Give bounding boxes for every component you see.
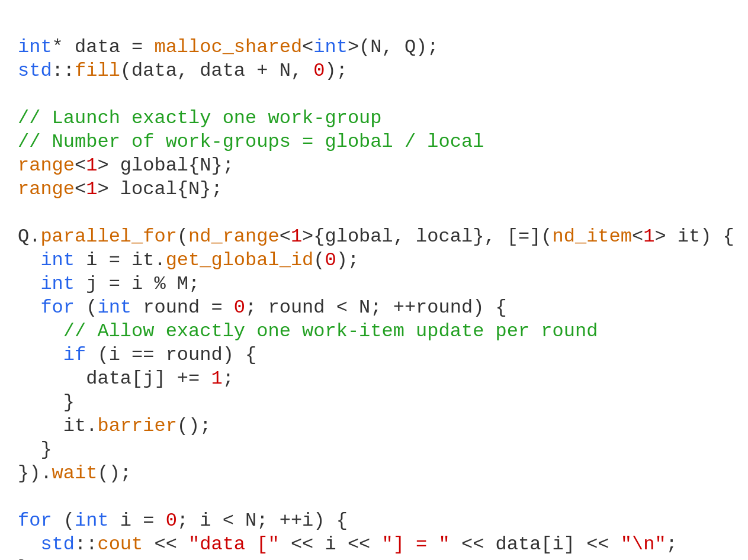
keyword-int-1: int: [18, 36, 52, 58]
keyword-if: if: [63, 344, 86, 366]
str-newline: "\n": [621, 533, 666, 555]
ns-std-2: std: [40, 533, 75, 555]
code-display: int* data = malloc_shared<int>(N, Q); st…: [18, 12, 730, 560]
ns-std-1: std: [18, 60, 52, 82]
fn-barrier: barrier: [97, 415, 176, 437]
keyword-int-3: int: [40, 273, 75, 295]
comment-1: // Launch exactly one work-group: [18, 107, 382, 129]
fn-parallel-for: parallel_for: [40, 226, 176, 247]
keyword-for-2: for: [18, 510, 52, 532]
fn-wait: wait: [52, 462, 98, 484]
fn-range-1: range: [18, 155, 75, 176]
fn-malloc: malloc_shared: [154, 36, 302, 58]
keyword-int-2: int: [40, 249, 75, 271]
comment-2: // Number of work-groups = global / loca…: [18, 131, 484, 153]
comment-3: // Allow exactly one work-item update pe…: [63, 320, 598, 342]
keyword-for-1: for: [40, 297, 75, 318]
str-bracket-eq: "] = ": [382, 533, 450, 555]
str-data-bracket: "data [": [188, 533, 280, 555]
fn-range-2: range: [18, 178, 75, 200]
